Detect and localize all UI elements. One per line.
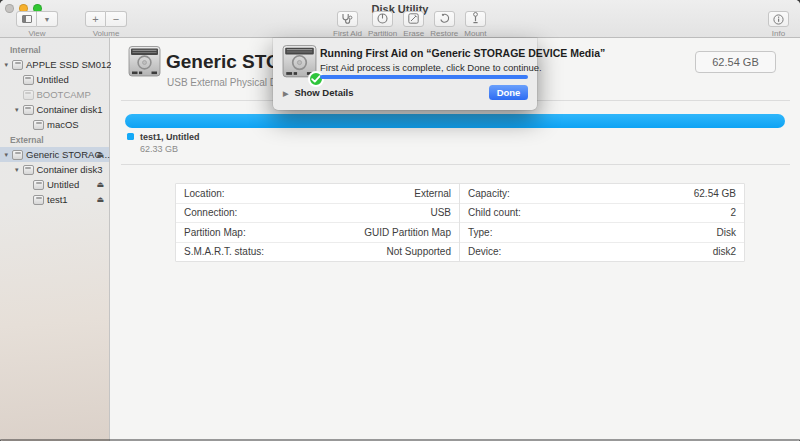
info-row: Child count:2 — [460, 204, 744, 224]
drive-icon — [23, 105, 34, 115]
first-aid-label: First Aid — [333, 29, 362, 38]
mount-label: Mount — [464, 29, 486, 38]
info-value: 2 — [730, 207, 736, 218]
sidebar-section-internal: Internal — [0, 42, 109, 57]
disclosure-triangle-icon[interactable]: ▾ — [15, 102, 19, 117]
dialog-title: Running First Aid on “Generic STORAGE DE… — [320, 47, 605, 59]
external-disk-icon — [128, 46, 161, 81]
sidebar-item-generic-storag[interactable]: ▾Generic STORAG...⏏ — [0, 147, 109, 162]
volume-label: Volume — [93, 29, 120, 38]
partition-button[interactable] — [372, 11, 393, 27]
info-label: S.M.A.R.T. status: — [184, 246, 264, 257]
sidebar-item-bootcamp[interactable]: BOOTCAMP — [0, 87, 109, 102]
info-value: External — [414, 188, 451, 199]
info-row: Connection:USB — [176, 204, 459, 224]
plug-icon — [472, 10, 479, 28]
info-circle-icon — [773, 14, 784, 25]
drive-icon — [33, 180, 44, 190]
drive-icon — [23, 165, 34, 175]
sidebar-item-container-disk1[interactable]: ▾Container disk1 — [0, 102, 109, 117]
sidebar-item-label: Untitled — [37, 72, 69, 87]
sidebar-item-label: test1 — [47, 192, 68, 207]
eject-icon[interactable]: ⏏ — [96, 147, 104, 162]
mount-button[interactable] — [465, 11, 486, 27]
chevron-down-icon: ▼ — [44, 16, 51, 23]
progress-bar — [320, 75, 528, 79]
info-value: Disk — [717, 227, 736, 238]
info-row: Type:Disk — [460, 223, 744, 243]
pencil-box-icon — [408, 10, 419, 28]
volume-usage-bar[interactable] — [125, 114, 785, 128]
sidebar-item-label: Container disk3 — [37, 162, 103, 177]
disclosure-triangle-icon[interactable]: ▾ — [5, 147, 9, 162]
minus-icon: − — [113, 14, 119, 25]
sidebar-item-test1[interactable]: test1⏏ — [0, 192, 109, 207]
info-label: Child count: — [468, 207, 521, 218]
first-aid-dialog: Running First Aid on “Generic STORAGE DE… — [273, 38, 537, 110]
show-details-disclosure[interactable]: ▶Show Details — [283, 87, 354, 98]
undo-arrow-icon — [439, 10, 450, 28]
disclosure-triangle-icon[interactable]: ▾ — [5, 57, 9, 72]
sidebar-item-label: Untitled — [47, 177, 79, 192]
disclosure-triangle-icon[interactable]: ▾ — [15, 162, 19, 177]
sidebar-item-apple-ssd-sm0128[interactable]: ▾APPLE SSD SM0128... — [0, 57, 109, 72]
info-label: Capacity: — [468, 188, 510, 199]
info-button[interactable] — [768, 11, 789, 27]
info-value: USB — [430, 207, 451, 218]
disk-utility-window: Disk Utility ▼ View + − Volume First Aid… — [0, 0, 800, 441]
sidebar-item-untitled[interactable]: Untitled — [0, 72, 109, 87]
sidebar-item-macos[interactable]: macOS — [0, 117, 109, 132]
erase-label: Erase — [403, 29, 424, 38]
info-label: Connection: — [184, 207, 237, 218]
remove-volume-button[interactable]: − — [106, 11, 127, 27]
dialog-message: First Aid process is complete, click Don… — [320, 62, 542, 73]
sidebar-item-label: BOOTCAMP — [37, 87, 91, 102]
info-value: GUID Partition Map — [364, 227, 451, 238]
partition-label: Partition — [368, 29, 397, 38]
add-volume-button[interactable]: + — [85, 11, 106, 27]
section-divider — [121, 164, 790, 165]
info-row: Capacity:62.54 GB — [460, 184, 744, 204]
sidebar-item-label: Container disk1 — [37, 102, 103, 117]
restore-button[interactable] — [434, 11, 455, 27]
legend-volume-name: test1, Untitled — [140, 132, 200, 142]
drive-icon — [33, 120, 44, 130]
show-details-label: Show Details — [294, 87, 353, 98]
erase-button[interactable] — [403, 11, 424, 27]
first-aid-button[interactable] — [337, 11, 358, 27]
sidebar-item-label: APPLE SSD SM0128... — [26, 57, 125, 72]
stethoscope-icon — [341, 10, 353, 28]
pie-circle-icon — [377, 10, 388, 28]
info-value: disk2 — [713, 246, 736, 257]
sidebar-section-external: External — [0, 132, 109, 147]
info-row: Partition Map:GUID Partition Map — [176, 223, 459, 243]
green-check-icon — [308, 71, 324, 87]
plus-icon: + — [92, 14, 98, 25]
info-label: Device: — [468, 246, 501, 257]
info-label: Info — [772, 29, 785, 38]
info-row: Location:External — [176, 184, 459, 204]
view-label: View — [28, 29, 45, 38]
info-row: Device:disk2 — [460, 243, 744, 262]
view-button[interactable] — [16, 11, 37, 27]
view-dropdown-button[interactable]: ▼ — [37, 11, 58, 27]
drive-icon — [23, 75, 34, 85]
capacity-badge: 62.54 GB — [695, 51, 776, 73]
drive-icon — [33, 195, 44, 205]
done-button[interactable]: Done — [489, 85, 528, 100]
drive-icon — [23, 90, 34, 100]
sidebar-view-icon — [22, 15, 32, 23]
sidebar: Internal▾APPLE SSD SM0128...UntitledBOOT… — [0, 38, 110, 441]
eject-icon[interactable]: ⏏ — [96, 192, 104, 207]
eject-icon[interactable]: ⏏ — [96, 177, 104, 192]
info-value: Not Supported — [387, 246, 452, 257]
legend-volume-size: 62.33 GB — [140, 144, 178, 154]
drive-icon — [12, 150, 23, 160]
disk-info-table: Location:ExternalConnection:USBPartition… — [175, 183, 745, 262]
disclosure-triangle-icon: ▶ — [283, 90, 288, 97]
sidebar-item-container-disk3[interactable]: ▾Container disk3 — [0, 162, 109, 177]
sidebar-item-untitled[interactable]: Untitled⏏ — [0, 177, 109, 192]
info-value: 62.54 GB — [694, 188, 736, 199]
legend-color-swatch — [127, 133, 134, 140]
info-label: Location: — [184, 188, 225, 199]
